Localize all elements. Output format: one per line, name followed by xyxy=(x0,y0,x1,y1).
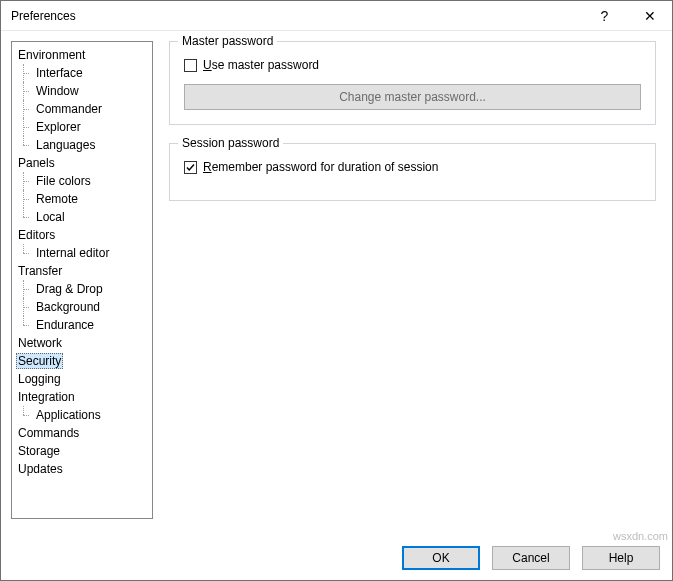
watermark: wsxdn.com xyxy=(613,530,668,542)
tree-item-integration[interactable]: Integration xyxy=(16,388,148,406)
tree-item-local[interactable]: Local xyxy=(16,208,148,226)
tree-item-panels[interactable]: Panels xyxy=(16,154,148,172)
titlebar: Preferences ? ✕ xyxy=(1,1,672,31)
tree-item-window[interactable]: Window xyxy=(16,82,148,100)
tree-item-internal-editor[interactable]: Internal editor xyxy=(16,244,148,262)
tree-item-editors[interactable]: Editors xyxy=(16,226,148,244)
tree-item-security[interactable]: Security xyxy=(16,352,148,370)
close-button[interactable]: ✕ xyxy=(627,1,672,31)
tree-item-endurance[interactable]: Endurance xyxy=(16,316,148,334)
window-title: Preferences xyxy=(11,9,582,23)
footer: OK Cancel Help xyxy=(402,546,660,570)
tree-item-applications[interactable]: Applications xyxy=(16,406,148,424)
group-label: Master password xyxy=(178,34,277,48)
tree-item-commander[interactable]: Commander xyxy=(16,100,148,118)
tree-item-commands[interactable]: Commands xyxy=(16,424,148,442)
tree-item-network[interactable]: Network xyxy=(16,334,148,352)
help-button[interactable]: ? xyxy=(582,1,627,31)
change-master-password-button[interactable]: Change master password... xyxy=(184,84,641,110)
master-password-group: Master password Use master password Chan… xyxy=(169,41,656,125)
tree-item-remote[interactable]: Remote xyxy=(16,190,148,208)
tree-item-background[interactable]: Background xyxy=(16,298,148,316)
session-password-group: Session password Remember password for d… xyxy=(169,143,656,201)
tree-item-interface[interactable]: Interface xyxy=(16,64,148,82)
tree-item-languages[interactable]: Languages xyxy=(16,136,148,154)
nav-tree[interactable]: EnvironmentInterfaceWindowCommanderExplo… xyxy=(11,41,153,519)
remember-password-checkbox[interactable]: Remember password for duration of sessio… xyxy=(184,160,641,174)
tree-item-logging[interactable]: Logging xyxy=(16,370,148,388)
tree-item-drag-drop[interactable]: Drag & Drop xyxy=(16,280,148,298)
checkbox-label: Use master password xyxy=(203,58,319,72)
checkbox-label: Remember password for duration of sessio… xyxy=(203,160,438,174)
tree-item-explorer[interactable]: Explorer xyxy=(16,118,148,136)
help-button[interactable]: Help xyxy=(582,546,660,570)
ok-button[interactable]: OK xyxy=(402,546,480,570)
tree-item-storage[interactable]: Storage xyxy=(16,442,148,460)
use-master-password-checkbox[interactable]: Use master password xyxy=(184,58,641,72)
tree-item-updates[interactable]: Updates xyxy=(16,460,148,478)
checkbox-icon xyxy=(184,59,197,72)
preferences-window: Preferences ? ✕ EnvironmentInterfaceWind… xyxy=(0,0,673,581)
tree-item-environment[interactable]: Environment xyxy=(16,46,148,64)
tree-item-file-colors[interactable]: File colors xyxy=(16,172,148,190)
content-panel: Master password Use master password Chan… xyxy=(163,41,662,519)
group-label: Session password xyxy=(178,136,283,150)
cancel-button[interactable]: Cancel xyxy=(492,546,570,570)
tree-item-transfer[interactable]: Transfer xyxy=(16,262,148,280)
checkbox-icon xyxy=(184,161,197,174)
